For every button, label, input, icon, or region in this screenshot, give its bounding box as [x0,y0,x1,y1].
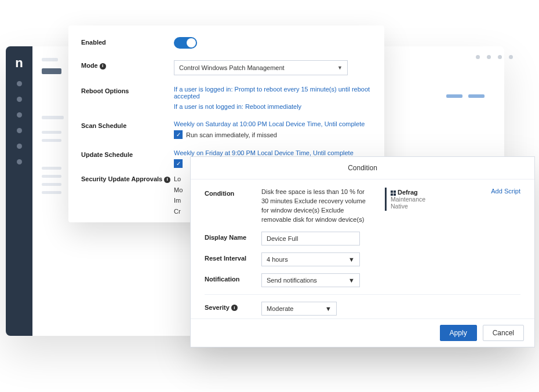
skeleton [42,191,61,194]
caret-down-icon: ▼ [325,305,332,312]
notification-label: Notification [205,273,261,283]
skeleton [42,58,58,61]
notification-select[interactable]: Send notifications▼ [261,273,360,287]
info-icon[interactable]: i [100,63,106,69]
reboot-options-label: Reboot Options [81,86,174,94]
cancel-button[interactable]: Cancel [483,325,524,341]
scan-schedule-label: Scan Schedule [81,120,174,129]
app-sidebar: n [6,46,32,336]
nav-dot[interactable] [17,159,22,164]
skeleton [42,131,61,134]
reboot-logged-in-link[interactable]: If a user is logged in: Prompt to reboot… [174,86,372,100]
skeleton [42,167,61,170]
info-icon[interactable]: i [164,177,170,183]
skeleton [42,175,61,178]
condition-text-link[interactable]: Disk free space is less than 10 % for 30… [261,188,366,225]
caret-down-icon: ▼ [337,65,343,71]
app-logo: n [15,56,23,71]
severity-label: Severityi [205,302,261,312]
display-name-label: Display Name [205,232,261,241]
nav-dot[interactable] [17,144,22,149]
condition-label: Condition [205,188,261,197]
reset-interval-select[interactable]: 4 hours▼ [261,252,360,266]
windows-icon [391,190,396,196]
caret-down-icon: ▼ [348,256,355,263]
add-script-link[interactable]: Add Script [491,188,520,195]
update-schedule-link[interactable]: Weekly on Friday at 9:00 PM Local Device… [174,149,372,156]
mode-select[interactable]: Control Windows Patch Management▼ [174,60,348,75]
skeleton [468,94,485,98]
nav-dot[interactable] [17,97,22,102]
enabled-label: Enabled [81,37,174,46]
modal-footer: Apply Cancel [191,318,534,347]
scan-schedule-link[interactable]: Weekly on Saturday at 10:00 PM Local Dev… [174,120,372,127]
skeleton [42,116,64,119]
apply-button[interactable]: Apply [440,325,477,341]
skeleton [446,94,462,98]
nav-dot[interactable] [17,112,22,118]
modal-body: Add Script Defrag Maintenance Native Con… [191,179,534,318]
update-schedule-label: Update Schedule [81,149,174,158]
skeleton [42,139,61,142]
scan-missed-label: Run scan immediately, if missed [186,131,277,138]
skeleton [42,183,61,186]
modal-title: Condition [191,157,534,179]
display-name-input[interactable]: Device Full [261,232,360,246]
security-update-approvals-label: Security Update Approvalsi [81,174,174,183]
enabled-toggle[interactable] [174,37,197,49]
mode-label: Modei [81,60,174,69]
scan-missed-checkbox[interactable]: ✓ [174,130,183,139]
severity-select[interactable]: Moderate▼ [261,302,337,316]
window-dots [476,55,513,59]
update-missed-checkbox[interactable]: ✓ [174,159,183,168]
skeleton [42,68,61,74]
info-icon[interactable]: i [231,305,238,311]
condition-modal: Condition Add Script Defrag Maintenance … [190,156,535,347]
reset-interval-label: Reset Interval [205,252,261,262]
script-entry[interactable]: Defrag Maintenance Native [385,188,429,211]
caret-down-icon: ▼ [348,277,355,284]
divider [205,294,520,295]
reboot-not-logged-in-link[interactable]: If a user is not logged in: Reboot immed… [174,103,372,110]
nav-dot[interactable] [17,128,22,133]
nav-dot[interactable] [17,81,22,86]
